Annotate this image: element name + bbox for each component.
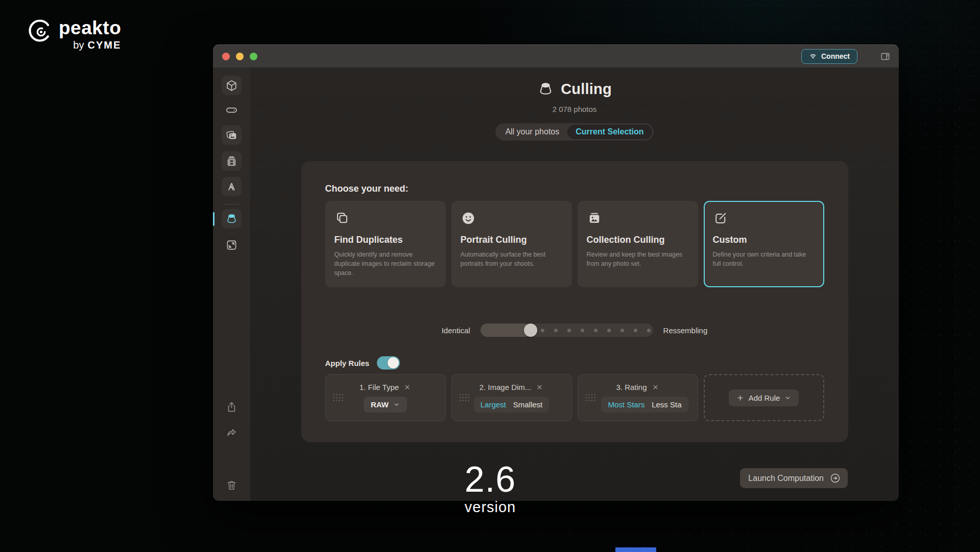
sidebar-toggle-icon[interactable] (880, 51, 891, 62)
drag-handle-icon[interactable] (585, 394, 595, 402)
option-less-stars[interactable]: Less Sta (652, 400, 681, 409)
photos-icon (225, 129, 238, 142)
launch-computation-button[interactable]: Launch Computation (740, 468, 848, 488)
apps-icon (225, 180, 238, 193)
plus-icon (736, 394, 744, 402)
sidebar-item-apps[interactable] (222, 177, 242, 196)
file-type-value: RAW (371, 400, 389, 409)
slider-dot[interactable] (647, 329, 651, 332)
sidebar-item-videos[interactable] (222, 151, 242, 171)
rule-card-image-dimensions: 2. Image Dim... Largest Smallest (451, 374, 572, 421)
mode-title: Portrait Culling (461, 235, 563, 245)
sidebar-divider (224, 204, 239, 204)
segment-all-photos[interactable]: All your photos (497, 125, 567, 139)
rating-segmented: Most Stars Less Sta (601, 397, 688, 412)
slider-dot[interactable] (634, 329, 637, 332)
file-type-dropdown[interactable]: RAW (364, 397, 407, 412)
mode-card-collection-culling[interactable]: Collection Culling Review and keep the b… (578, 201, 698, 287)
sidebar-item-library[interactable] (222, 76, 242, 95)
page-header: Culling (537, 81, 612, 98)
mode-description: Define your own criteria and take full c… (713, 250, 815, 269)
traffic-lights (222, 53, 257, 60)
drive-icon (225, 104, 238, 117)
segment-current-selection[interactable]: Current Selection (567, 125, 652, 139)
option-largest[interactable]: Largest (481, 400, 506, 409)
minimize-window-button[interactable] (236, 53, 244, 60)
option-smallest[interactable]: Smallest (513, 400, 543, 409)
chevron-down-icon (393, 401, 400, 408)
scope-segmented-control: All your photos Current Selection (495, 123, 653, 141)
version-label: 2.6 version (465, 462, 516, 516)
sidebar-item-photos[interactable] (222, 125, 242, 145)
trash-icon (225, 479, 238, 492)
slider-left-label: Identical (442, 326, 470, 335)
page-title: Culling (561, 81, 612, 98)
logo-company: CYME (87, 39, 121, 51)
slider-dot[interactable] (607, 329, 611, 332)
peakto-logo-icon (28, 18, 52, 43)
sidebar-item-export[interactable] (222, 397, 242, 417)
logo-by-text: by (73, 39, 84, 51)
peakto-logo: peakto byCYME (28, 18, 121, 51)
connect-button[interactable]: Connect (801, 49, 857, 64)
slider-right-label: Ressembling (663, 326, 708, 335)
rule-title: 3. Rating (616, 383, 647, 392)
slider-dot[interactable] (620, 329, 624, 332)
close-window-button[interactable] (222, 53, 230, 60)
slider-dot[interactable] (594, 329, 597, 332)
logo-wordmark: peakto (59, 18, 121, 37)
collection-icon (587, 211, 602, 226)
drag-handle-icon[interactable] (332, 394, 343, 402)
version-number: 2.6 (465, 462, 516, 497)
app-window: Connect (213, 44, 899, 501)
main-content: Culling 2 078 photos All your photos Cur… (250, 67, 899, 501)
slider-dot[interactable] (581, 329, 584, 332)
export-icon (225, 401, 238, 413)
slider-thumb[interactable] (524, 324, 537, 337)
film-icon (225, 155, 238, 168)
add-rule-label: Add Rule (749, 394, 780, 402)
mode-description: Automatically surface the best portraits… (461, 250, 563, 269)
slider-dot[interactable] (567, 329, 571, 332)
mode-card-custom[interactable]: Custom Define your own criteria and take… (704, 201, 824, 287)
mode-card-portrait-culling[interactable]: Portrait Culling Automatically surface t… (451, 201, 572, 287)
resize-icon (225, 239, 238, 251)
drag-handle-icon[interactable] (459, 394, 469, 402)
remove-rule-icon[interactable] (536, 383, 543, 391)
edit-icon (713, 211, 728, 226)
panel-heading: Choose your need: (325, 183, 824, 194)
titlebar: Connect (213, 44, 899, 67)
smiley-icon (461, 211, 476, 226)
culling-icon (225, 213, 238, 225)
share-icon (225, 426, 238, 439)
apply-rules-label: Apply Rules (325, 359, 370, 367)
rule-title: 1. File Type (360, 383, 399, 392)
connect-label: Connect (821, 52, 850, 60)
cube-icon (225, 79, 238, 92)
sidebar-item-drives[interactable] (222, 100, 242, 120)
apply-rules-row: Apply Rules (325, 356, 824, 370)
mode-description: Review and keep the best images from any… (587, 250, 689, 269)
sidebar-item-resize[interactable] (222, 235, 242, 255)
similarity-slider[interactable] (481, 324, 653, 337)
culling-header-icon (537, 81, 554, 98)
remove-rule-icon[interactable] (652, 383, 659, 391)
sidebar-item-trash[interactable] (222, 475, 242, 495)
slider-dot[interactable] (554, 329, 558, 332)
mode-card-find-duplicates[interactable]: Find Duplicates Quickly identify and rem… (325, 201, 446, 287)
apply-rules-toggle[interactable] (377, 356, 400, 370)
remove-rule-icon[interactable] (403, 383, 411, 391)
add-rule-button[interactable]: Add Rule (729, 389, 799, 406)
similarity-slider-row: Identical Ressembling (325, 324, 824, 337)
rules-row: 1. File Type RAW 2. Im (325, 374, 824, 421)
option-most-stars[interactable]: Most Stars (608, 400, 644, 409)
arrow-right-circle-icon (829, 472, 841, 484)
sidebar-item-culling[interactable] (222, 209, 242, 228)
slider-dot[interactable] (541, 329, 544, 332)
zoom-window-button[interactable] (250, 53, 257, 60)
culling-panel: Choose your need: Find Duplicates Quickl… (301, 161, 848, 442)
sidebar-active-indicator (213, 212, 214, 226)
duplicates-icon (334, 211, 350, 226)
toggle-knob (388, 357, 399, 369)
sidebar-item-share[interactable] (222, 423, 242, 442)
